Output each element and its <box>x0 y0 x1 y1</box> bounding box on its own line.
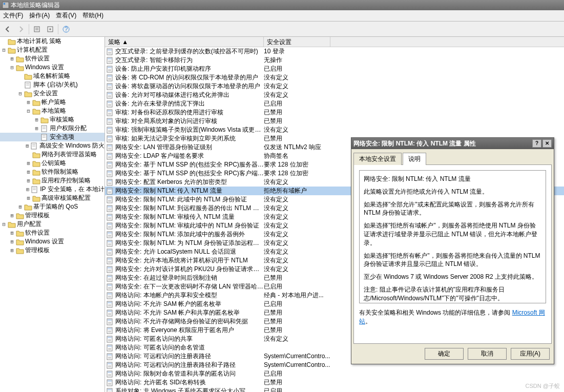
tree-node[interactable]: ⊞IP 安全策略，在 本地计 <box>0 185 105 194</box>
policy-row[interactable]: 交互式登录: 之前登录到缓存的次数(域控器不可用时)10 登录 <box>105 47 564 56</box>
policy-icon <box>106 257 114 264</box>
tree-node[interactable]: 域名解析策略 <box>0 72 105 80</box>
tree-label: 软件设置 <box>25 229 50 237</box>
menu-view[interactable]: 查看(V) <box>56 11 76 20</box>
expand-icon[interactable]: ⊞ <box>26 168 31 176</box>
policy-row[interactable]: 审核: 对备份和还原权限的使用进行审核已禁用 <box>105 108 564 117</box>
expand-icon[interactable]: ⊟ <box>26 107 31 115</box>
back-button[interactable] <box>2 24 13 35</box>
forward-button[interactable] <box>15 24 27 35</box>
help-button[interactable]: ? <box>60 24 72 35</box>
policy-row[interactable]: 审核: 强制审核策略子类别设置(Windows Vista 或更高版...没有定… <box>105 126 564 134</box>
tree-node[interactable]: ⊞高级安全 Windows 防火 <box>0 141 105 150</box>
tree-pane[interactable]: 本地计算机 策略⊟计算机配置⊞软件设置⊟Windows 设置域名解析策略脚本 (… <box>0 37 105 392</box>
tree-node[interactable]: ⊟Windows 设置 <box>0 63 105 72</box>
policy-name: 网络安全: LDAP 客户端签名要求 <box>115 152 264 160</box>
tree-node[interactable]: 本地计算机 策略 <box>0 37 105 46</box>
svg-rect-156 <box>108 337 112 338</box>
tree-label: 软件限制策略 <box>41 168 78 176</box>
policy-row[interactable]: 设备: 允许对可移动媒体进行格式化并弹出没有定义 <box>105 91 564 99</box>
tree-node[interactable]: ⊟用户配置 <box>0 220 105 229</box>
tree-node[interactable]: 网络列表管理器策略 <box>0 150 105 159</box>
tree-label: 软件设置 <box>25 54 50 63</box>
menu-action[interactable]: 操作(A) <box>29 11 50 20</box>
ok-button[interactable]: 确定 <box>425 348 464 360</box>
policy-icon <box>106 362 114 369</box>
expand-icon[interactable]: ⊞ <box>9 229 15 237</box>
expand-icon[interactable]: ⊞ <box>17 202 23 211</box>
expand-icon[interactable]: ⊞ <box>9 54 15 63</box>
tree-node[interactable]: ⊞公钥策略 <box>0 159 105 168</box>
column-policy[interactable]: 策略 ▲ <box>105 37 264 47</box>
expand-icon[interactable]: ⊞ <box>26 141 29 150</box>
policy-icon <box>106 170 114 177</box>
svg-rect-144 <box>108 311 112 312</box>
cancel-button[interactable]: 取消 <box>468 348 507 360</box>
policy-setting: 已禁用 <box>264 378 336 387</box>
expand-icon[interactable]: ⊟ <box>1 220 7 229</box>
expand-icon[interactable]: ⊞ <box>9 237 15 246</box>
tree-node[interactable]: ⊞管理模板 <box>0 246 105 255</box>
tree-node[interactable]: ⊞软件设置 <box>0 229 105 237</box>
close-icon[interactable]: ✕ <box>542 139 552 148</box>
expand-icon[interactable]: ⊞ <box>9 211 15 220</box>
expand-icon[interactable]: ⊞ <box>26 159 31 168</box>
tree-node[interactable]: ⊞用户权限分配 <box>0 124 105 133</box>
policy-icon <box>106 196 114 203</box>
expand-icon[interactable]: ⊞ <box>9 246 15 255</box>
policy-row[interactable]: 设备: 允许在未登录的情况下弹出已启用 <box>105 99 564 108</box>
apply-button[interactable]: 应用(A) <box>511 348 550 360</box>
tree-node[interactable]: ⊞帐户策略 <box>0 98 105 107</box>
policy-row[interactable]: 网络访问: 允许匿名 SID/名称转换已禁用 <box>105 378 564 387</box>
policy-setting: 要求 128 位加密 <box>264 160 336 169</box>
tab-local-security[interactable]: 本地安全设置 <box>353 153 402 165</box>
tree-node[interactable]: 脚本 (启动/关机) <box>0 80 105 89</box>
tree-node[interactable]: ⊟本地策略 <box>0 107 105 115</box>
column-setting[interactable]: 安全设置 <box>264 37 330 47</box>
policy-setting: 没有定义 <box>264 195 336 204</box>
policy-row[interactable]: 系统对象: 非 Windows 子系统不要求区分大小写已启用 <box>105 387 564 392</box>
tree-node[interactable]: 安全选项 <box>0 133 105 141</box>
tree-node[interactable]: ⊞软件限制策略 <box>0 168 105 176</box>
help-icon[interactable]: ? <box>532 139 541 148</box>
policy-icon <box>106 179 114 186</box>
expand-icon[interactable]: ⊞ <box>34 124 39 133</box>
explain-p6: 注意: 阻止事件记录在该计算机的"应用程序和服务日志/Microsoft/Win… <box>364 285 541 303</box>
policy-name: 系统对象: 非 Windows 子系统不要求区分大小写 <box>115 387 264 392</box>
tree-node[interactable]: ⊞基于策略的 QoS <box>0 202 105 211</box>
tree-node[interactable]: ⊞审核策略 <box>0 115 105 124</box>
policy-row[interactable]: 审核: 对全局系统对象的访问进行审核已禁用 <box>105 117 564 126</box>
expand-icon[interactable]: ⊞ <box>26 98 31 107</box>
policy-icon <box>106 310 114 317</box>
policy-row[interactable]: 设备: 将软盘驱动器的访问权限仅限于本地登录的用户没有定义 <box>105 82 564 91</box>
expand-icon[interactable]: ⊞ <box>34 115 39 124</box>
tree-node[interactable]: ⊞软件设置 <box>0 54 105 63</box>
tree-node[interactable]: ⊞应用程序控制策略 <box>0 176 105 185</box>
expand-icon[interactable]: ⊞ <box>26 185 30 194</box>
policy-row[interactable]: 网络访问: 限制对命名管道和共享的匿名访问已启用 <box>105 369 564 378</box>
menu-file[interactable]: 文件(F) <box>3 11 23 20</box>
expand-icon[interactable]: ⊟ <box>9 63 15 72</box>
policy-setting: 已启用 <box>264 65 336 73</box>
app-icon <box>2 2 9 9</box>
export-button[interactable] <box>45 24 56 35</box>
svg-rect-40 <box>108 84 112 86</box>
tree-node[interactable]: ⊟计算机配置 <box>0 46 105 54</box>
expand-icon[interactable]: ⊞ <box>26 194 31 202</box>
expand-icon[interactable]: ⊞ <box>26 176 31 185</box>
expand-icon[interactable]: ⊟ <box>17 89 23 98</box>
tree-node[interactable]: ⊞管理模板 <box>0 211 105 220</box>
tree-label: 管理模板 <box>25 246 50 255</box>
policy-row[interactable]: 交互式登录: 智能卡移除行为无操作 <box>105 56 564 65</box>
tree-node[interactable]: ⊞高级审核策略配置 <box>0 194 105 202</box>
tree-label: 审核策略 <box>50 115 74 124</box>
properties-button[interactable] <box>31 24 43 35</box>
expand-icon[interactable]: ⊟ <box>1 46 7 54</box>
policy-row[interactable]: 设备: 防止用户安装打印机驱动程序已启用 <box>105 65 564 73</box>
tree-node[interactable]: ⊞Windows 设置 <box>0 237 105 246</box>
menu-help[interactable]: 帮助(H) <box>82 11 103 20</box>
tree-node[interactable]: ⊟安全设置 <box>0 89 105 98</box>
tab-explain[interactable]: 说明 <box>403 153 426 165</box>
policy-row[interactable]: 设备: 将 CD-ROM 的访问权限仅限于本地登录的用户没有定义 <box>105 73 564 82</box>
dialog-titlebar[interactable]: 网络安全: 限制 NTLM: 传入 NTLM 流量 属性 ? ✕ <box>351 138 554 149</box>
